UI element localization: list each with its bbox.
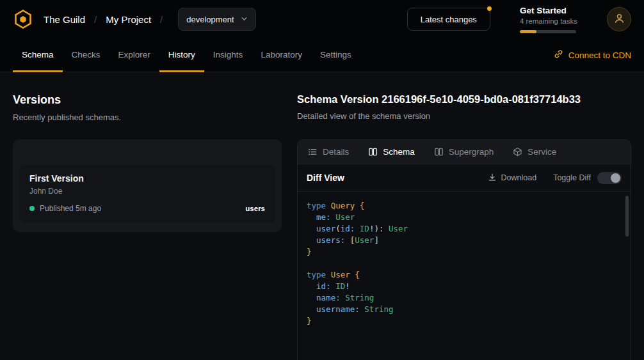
- target-select[interactable]: development: [178, 8, 255, 31]
- book-icon: [368, 147, 378, 157]
- tab-label: Explorer: [118, 50, 150, 59]
- chevron-down-icon: [241, 15, 248, 24]
- tab-label: History: [168, 50, 195, 59]
- person-icon: [613, 12, 625, 27]
- tab-settings[interactable]: Settings: [311, 38, 360, 72]
- tab-schema[interactable]: Schema: [13, 38, 63, 72]
- breadcrumb-project[interactable]: My Project: [106, 14, 151, 25]
- download-icon: [488, 173, 497, 184]
- toggle-knob: [611, 173, 620, 183]
- code-block: type Query { me: User user(id: ID!): Use…: [307, 200, 622, 327]
- published-dot-icon: [29, 206, 35, 211]
- latest-changes-label: Latest changes: [421, 15, 477, 24]
- get-started-tasks: 4 remaining tasks: [520, 17, 577, 25]
- tab-label: Insights: [213, 50, 243, 59]
- version-detail-title: Schema Version 2166196f-5e10-4059-bd0a-0…: [297, 93, 631, 106]
- version-detail-column: Schema Version 2166196f-5e10-4059-bd0a-0…: [297, 93, 631, 360]
- version-list-item[interactable]: First Version John Doe Published 5m ago …: [19, 165, 275, 223]
- schema-code-area: type Query { me: User user(id: ID!): Use…: [298, 192, 631, 360]
- tab-explorer[interactable]: Explorer: [109, 38, 159, 72]
- get-started-progress-bar: [520, 30, 576, 33]
- versions-card: First Version John Doe Published 5m ago …: [13, 139, 282, 232]
- detail-tab-label: Schema: [383, 147, 415, 157]
- tab-laboratory[interactable]: Laboratory: [252, 38, 311, 72]
- tab-label: Schema: [22, 50, 54, 59]
- versions-column: Versions Recently published schemas. Fir…: [13, 93, 282, 360]
- detail-tab-label: Service: [527, 147, 556, 157]
- breadcrumb-separator: /: [160, 14, 163, 25]
- get-started-title: Get Started: [520, 6, 577, 15]
- get-started-widget[interactable]: Get Started 4 remaining tasks: [520, 6, 577, 33]
- latest-changes-button[interactable]: Latest changes: [407, 8, 490, 31]
- code-scrollbar-thumb[interactable]: [625, 196, 629, 237]
- version-service-badge: users: [245, 205, 265, 212]
- toggle-diff-label: Toggle Diff: [553, 173, 591, 182]
- detail-tab-label: Supergraph: [449, 147, 494, 157]
- version-name: First Version: [29, 173, 265, 184]
- book-icon: [434, 147, 444, 157]
- breadcrumb: The Guild / My Project /: [44, 14, 163, 25]
- tab-checks[interactable]: Checks: [63, 38, 109, 72]
- version-detail-subtitle: Detailed view of the schema version: [297, 111, 631, 121]
- target-select-value: development: [186, 15, 234, 24]
- target-nav: Schema Checks Explorer History Insights …: [0, 38, 644, 72]
- version-author: John Doe: [29, 187, 265, 196]
- detail-tab-details[interactable]: Details: [308, 147, 349, 157]
- main-content: Versions Recently published schemas. Fir…: [0, 72, 644, 360]
- detail-tab-bar: Details Schema: [298, 140, 631, 164]
- detail-tab-service[interactable]: Service: [513, 147, 556, 157]
- list-icon: [308, 147, 318, 157]
- detail-tab-label: Details: [323, 147, 349, 157]
- breadcrumb-org[interactable]: The Guild: [44, 14, 85, 25]
- top-header: The Guild / My Project / development Lat…: [0, 0, 644, 38]
- detail-tab-supergraph[interactable]: Supergraph: [434, 147, 494, 157]
- header-right-cluster: Latest changes Get Started 4 remaining t…: [407, 6, 631, 33]
- version-detail-panel: Details Schema: [297, 139, 631, 360]
- version-status-row: Published 5m ago users: [29, 204, 265, 213]
- versions-title: Versions: [13, 93, 282, 107]
- version-status: Published 5m ago: [40, 204, 101, 213]
- breadcrumb-separator: /: [94, 14, 97, 25]
- user-avatar[interactable]: [607, 7, 631, 31]
- download-label: Download: [501, 173, 537, 182]
- tab-label: Laboratory: [261, 50, 302, 59]
- get-started-progress-fill: [520, 30, 536, 33]
- versions-subtitle: Recently published schemas.: [13, 113, 282, 122]
- connect-to-cdn-label: Connect to CDN: [568, 51, 631, 60]
- hive-logo-icon[interactable]: [13, 8, 35, 30]
- detail-tab-schema[interactable]: Schema: [368, 147, 415, 157]
- cube-icon: [513, 147, 522, 157]
- notification-dot: [487, 6, 492, 11]
- tab-history[interactable]: History: [159, 38, 204, 72]
- connect-to-cdn-link[interactable]: Connect to CDN: [554, 38, 631, 72]
- tab-label: Settings: [320, 50, 351, 59]
- tab-insights[interactable]: Insights: [204, 38, 252, 72]
- diff-view-header: Diff View Download Toggle Diff: [298, 164, 631, 192]
- toggle-diff-switch[interactable]: [597, 172, 622, 184]
- link-icon: [554, 49, 563, 61]
- diff-view-title: Diff View: [307, 173, 344, 183]
- tab-label: Checks: [72, 50, 101, 59]
- diff-actions: Download Toggle Diff: [483, 169, 622, 187]
- download-button[interactable]: Download: [483, 169, 542, 187]
